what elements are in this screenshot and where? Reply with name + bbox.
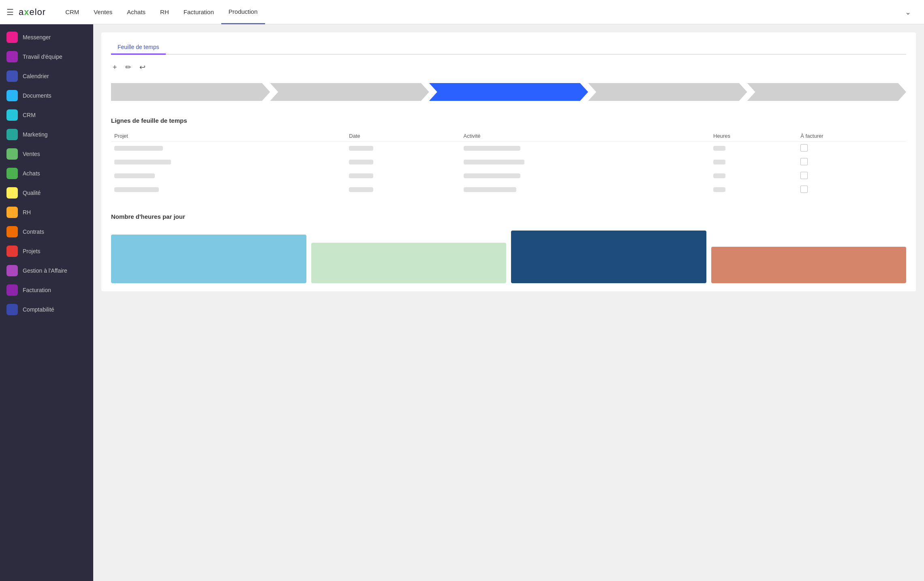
skeleton-projet [114, 187, 159, 192]
sidebar-item-label: Travail d'équipe [23, 53, 62, 60]
reply-button[interactable]: ↩ [138, 61, 147, 73]
sidebar-item-label: Messenger [23, 34, 51, 41]
sidebar-item-label: Facturation [23, 287, 51, 293]
data-table: ProjetDateActivitéHeuresÀ facturer [111, 130, 906, 197]
table-row [111, 183, 906, 197]
skeleton-activite [464, 160, 524, 164]
skeleton-projet [114, 160, 171, 164]
sidebar-icon [6, 129, 18, 140]
progress-step-2 [429, 83, 588, 101]
nav-item-facturation[interactable]: Facturation [176, 0, 221, 24]
chart-section-title: Nombre d'heures par jour [111, 213, 906, 220]
skeleton-date [349, 160, 373, 164]
sidebar-item-label: Comptabilité [23, 306, 54, 313]
col-header-activité: Activité [460, 130, 710, 142]
skeleton-activite [464, 187, 516, 192]
progress-step-1 [270, 83, 429, 101]
edit-button[interactable]: ✏ [124, 61, 133, 73]
table-section-title: Lignes de feuille de temps [111, 117, 906, 124]
sidebar-item-label: Contrats [23, 229, 44, 235]
sidebar-icon [6, 51, 18, 62]
sidebar-item-facturation[interactable]: Facturation [0, 280, 93, 300]
facturer-checkbox[interactable] [800, 172, 808, 179]
sidebar-item-projets[interactable]: Projets [0, 241, 93, 261]
sidebar-item-messenger[interactable]: Messenger [0, 28, 93, 47]
sidebar: Messenger Travail d'équipe Calendrier Do… [0, 24, 93, 581]
sidebar-item-label: Marketing [23, 131, 47, 138]
skeleton-heures [713, 173, 725, 178]
sidebar-item-label: Ventes [23, 151, 40, 157]
nav-item-ventes[interactable]: Ventes [86, 0, 120, 24]
sidebar-icon [6, 32, 18, 43]
sidebar-icon [6, 304, 18, 315]
sidebar-item-crm[interactable]: CRM [0, 105, 93, 125]
chart-bar-0 [111, 235, 306, 283]
nav-links: CRMVentesAchatsRHFacturationProduction [58, 0, 905, 24]
col-header-heures: Heures [710, 130, 797, 142]
logo-text: axelor [19, 7, 46, 17]
nav-item-achats[interactable]: Achats [120, 0, 153, 24]
chart-bar-1 [311, 243, 507, 283]
skeleton-activite [464, 146, 520, 151]
nav-item-production[interactable]: Production [221, 0, 265, 24]
progress-step-4 [747, 83, 906, 101]
sidebar-item-label: Calendrier [23, 73, 49, 79]
skeleton-date [349, 187, 373, 192]
hamburger-icon[interactable]: ☰ [6, 7, 14, 17]
toolbar: + ✏ ↩ [111, 61, 906, 73]
sidebar-item-ventes[interactable]: Ventes [0, 144, 93, 164]
facturer-checkbox[interactable] [800, 158, 808, 165]
progress-step-3 [588, 83, 747, 101]
sidebar-icon [6, 90, 18, 101]
add-button[interactable]: + [111, 62, 119, 73]
skeleton-activite [464, 173, 520, 178]
sidebar-icon [6, 187, 18, 199]
progress-steps [111, 83, 906, 101]
chart-bars [111, 226, 906, 283]
nav-item-rh[interactable]: RH [153, 0, 176, 24]
col-header-date: Date [346, 130, 460, 142]
table-row [111, 142, 906, 156]
skeleton-date [349, 173, 373, 178]
table-row [111, 156, 906, 169]
sidebar-icon [6, 168, 18, 179]
top-nav: ☰ axelor CRMVentesAchatsRHFacturationPro… [0, 0, 924, 24]
progress-step-0 [111, 83, 270, 101]
main-layout: Messenger Travail d'équipe Calendrier Do… [0, 24, 924, 581]
col-header-à-facturer: À facturer [797, 130, 906, 142]
sidebar-icon [6, 246, 18, 257]
sidebar-icon [6, 148, 18, 160]
nav-item-crm[interactable]: CRM [58, 0, 86, 24]
skeleton-heures [713, 146, 725, 151]
skeleton-heures [713, 187, 725, 192]
nav-chevron-icon[interactable]: ⌄ [905, 8, 918, 17]
sidebar-icon [6, 265, 18, 276]
sidebar-item-label: Gestion à l'Affaire [23, 267, 67, 274]
sidebar-item-rh[interactable]: RH [0, 203, 93, 222]
sidebar-item-comptabilité[interactable]: Comptabilité [0, 300, 93, 319]
sidebar-item-qualité[interactable]: Qualité [0, 183, 93, 203]
skeleton-date [349, 146, 373, 151]
sidebar-icon [6, 207, 18, 218]
sidebar-item-contrats[interactable]: Contrats [0, 222, 93, 241]
sidebar-item-label: Documents [23, 92, 51, 99]
facturer-checkbox[interactable] [800, 144, 808, 152]
sidebar-item-calendrier[interactable]: Calendrier [0, 66, 93, 86]
facturer-checkbox[interactable] [800, 186, 808, 193]
sidebar-item-marketing[interactable]: Marketing [0, 125, 93, 144]
sidebar-icon [6, 226, 18, 237]
skeleton-heures [713, 160, 725, 164]
skeleton-projet [114, 146, 163, 151]
sidebar-item-gestion-à-l-affaire[interactable]: Gestion à l'Affaire [0, 261, 93, 280]
sidebar-item-label: CRM [23, 112, 36, 118]
sidebar-item-documents[interactable]: Documents [0, 86, 93, 105]
sidebar-item-achats[interactable]: Achats [0, 164, 93, 183]
sidebar-icon [6, 70, 18, 82]
table-row [111, 169, 906, 183]
content-area: Feuille de temps + ✏ ↩ Lignes de feuille… [93, 24, 924, 581]
tab-feuille-de-temps[interactable]: Feuille de temps [111, 41, 166, 55]
sidebar-item-travail-d-équipe[interactable]: Travail d'équipe [0, 47, 93, 66]
skeleton-projet [114, 173, 155, 178]
chart-bar-3 [711, 247, 907, 283]
chart-bar-2 [511, 231, 706, 283]
